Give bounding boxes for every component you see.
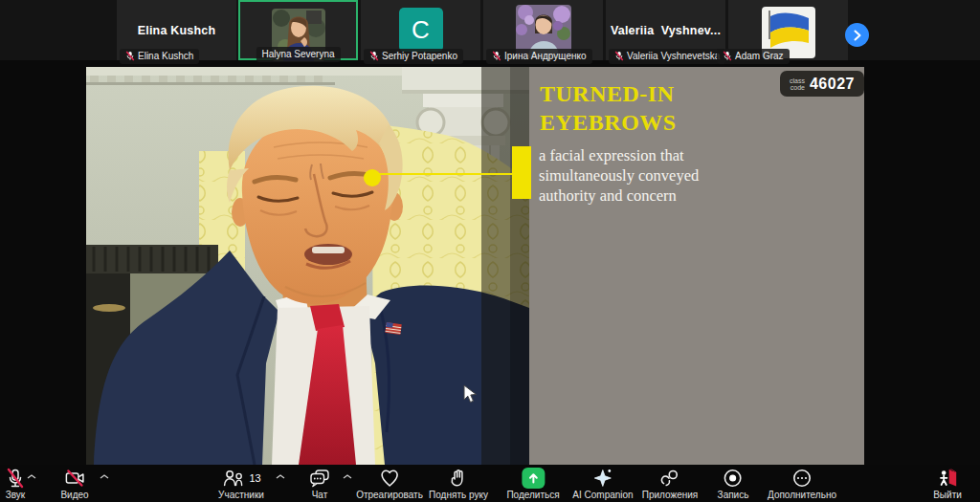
- raise-hand-button[interactable]: Поднять руку: [429, 468, 488, 500]
- slide-definition-text: a facial expression that simultaneously …: [539, 145, 699, 206]
- slide-title: TURNED-IN EYEBROWS: [540, 79, 677, 137]
- class-code-value: 46027: [810, 76, 855, 93]
- share-screen-button[interactable]: Поделиться: [506, 468, 559, 500]
- callout-dot: [364, 169, 381, 186]
- participants-icon: [221, 468, 246, 489]
- participant-label: Halyna Severyna: [256, 47, 340, 62]
- slide-title-line2: EYEBROWS: [540, 108, 677, 137]
- more-button[interactable]: Дополнительно: [768, 468, 836, 500]
- participant-label: Elina Kushch: [120, 49, 199, 64]
- mic-muted-icon: [125, 51, 135, 61]
- participant-label-text: Valeriia Vyshnevetska: [627, 51, 720, 61]
- class-code-words: class code: [790, 77, 805, 91]
- record-label: Запись: [718, 490, 749, 500]
- participant-label: Adam Graz: [717, 49, 790, 64]
- heart-icon: [379, 468, 400, 489]
- raised-hand-icon: [448, 468, 469, 489]
- participant-tile-elina-kushch[interactable]: Elina Kushch Elina Kushch: [117, 0, 236, 60]
- more-label: Дополнительно: [768, 490, 836, 500]
- participant-tile-halyna-severyna[interactable]: Halyna Severyna: [238, 0, 358, 60]
- mute-button[interactable]: Звук: [5, 468, 26, 500]
- leave-icon: [936, 468, 959, 489]
- class-code-badge: class code 46027: [780, 71, 864, 97]
- react-button[interactable]: Отреагировать: [356, 468, 423, 500]
- slide-title-line1: TURNED-IN: [540, 79, 677, 108]
- record-button[interactable]: Запись: [718, 468, 749, 500]
- zoom-meeting-window: Elina Kushch Elina Kushch: [0, 0, 980, 502]
- participant-strip: Elina Kushch Elina Kushch: [0, 0, 980, 60]
- slide-body-line3: authority and concern: [539, 186, 699, 206]
- participants-label: Участники: [218, 490, 264, 500]
- participants-count: 13: [249, 472, 260, 484]
- slide-body-line2: simultaneously conveyed: [539, 165, 699, 186]
- share-screen-label: Поделиться: [506, 490, 559, 500]
- chat-icon: [308, 468, 331, 489]
- video-label: Видео: [60, 490, 88, 500]
- participant-label-text: Ірина Андрущенко: [504, 51, 587, 61]
- participant-tile-iryna-andrushchenko[interactable]: Ірина Андрущенко: [483, 0, 603, 60]
- apps-button[interactable]: Приложения: [642, 468, 699, 500]
- caret-up-icon[interactable]: [100, 474, 109, 479]
- raise-hand-label: Поднять руку: [429, 490, 488, 500]
- slide-body-line1: a facial expression that: [539, 145, 699, 165]
- participant-label: Valeriia Vyshnevetska: [609, 49, 725, 64]
- caret-up-icon[interactable]: [27, 474, 36, 479]
- ai-companion-button[interactable]: AI Companion: [572, 468, 633, 500]
- callout-bar: [512, 146, 531, 199]
- caret-up-icon[interactable]: [343, 474, 352, 479]
- leave-label: Выйти: [933, 490, 962, 500]
- video-button[interactable]: Видео: [60, 468, 88, 500]
- chat-button[interactable]: Чат: [308, 468, 331, 500]
- mic-muted-icon: [614, 51, 624, 61]
- participant-tile-valeriia-vyshnevetska[interactable]: Valeriia Vyshnev... Valeriia Vyshnevetsk…: [606, 0, 725, 60]
- camera-muted-icon: [63, 468, 86, 489]
- apps-icon: [659, 468, 680, 489]
- chevron-right-icon: [853, 30, 862, 41]
- avatar-letter: C: [412, 15, 430, 45]
- callout-line: [372, 173, 514, 175]
- mic-muted-icon: [492, 51, 501, 61]
- participant-tile-adam-graz[interactable]: Adam Graz: [728, 0, 848, 60]
- more-icon: [791, 468, 813, 489]
- ai-companion-sparkle-icon: [592, 468, 613, 489]
- meeting-toolbar: Звук Видео 13 Участники: [0, 465, 980, 502]
- participant-label-text: Elina Kushch: [138, 51, 193, 61]
- participant-label-text: Serhiy Potapenko: [382, 51, 457, 61]
- participants-button[interactable]: 13 Участники: [218, 468, 264, 500]
- participant-label: Ірина Андрущенко: [486, 49, 592, 64]
- slide-text-panel: TURNED-IN EYEBROWS a facial expression t…: [529, 67, 864, 465]
- chat-label: Чат: [312, 490, 328, 500]
- next-participants-button[interactable]: [845, 23, 869, 47]
- mic-muted-icon: [5, 468, 26, 489]
- mic-muted-icon: [369, 51, 379, 61]
- letter-avatar: C: [399, 8, 443, 52]
- participant-label-text: Halyna Severyna: [261, 49, 334, 59]
- cursor-icon: [461, 384, 477, 407]
- record-icon: [723, 468, 744, 489]
- react-label: Отреагировать: [356, 490, 423, 500]
- participant-label-text: Adam Graz: [735, 51, 784, 61]
- share-screen-icon: [522, 468, 545, 489]
- caret-up-icon[interactable]: [276, 474, 285, 479]
- mute-label: Звук: [6, 490, 26, 500]
- participant-label: Serhiy Potapenko: [364, 49, 463, 64]
- mic-muted-icon: [723, 51, 732, 61]
- leave-button[interactable]: Выйти: [933, 468, 962, 500]
- participant-center-name: Elina Kushch: [117, 23, 236, 36]
- participant-center-name: Valeriia Vyshnev...: [606, 23, 725, 36]
- apps-label: Приложения: [642, 490, 699, 500]
- ai-companion-label: AI Companion: [572, 490, 633, 500]
- participant-tile-serhiy-potapenko[interactable]: C Serhiy Potapenko: [361, 0, 480, 60]
